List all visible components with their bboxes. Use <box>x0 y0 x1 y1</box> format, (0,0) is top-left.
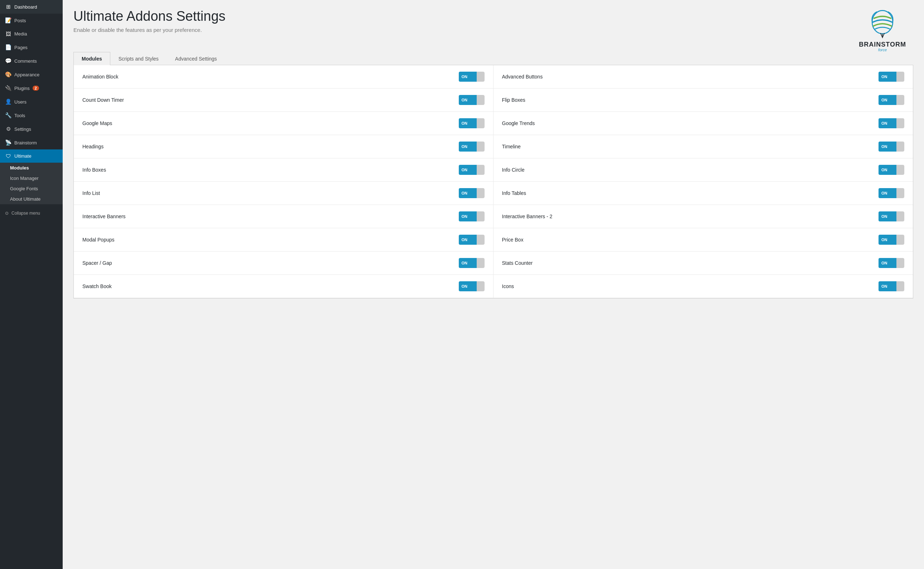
toggle-on-label: ON <box>878 211 897 221</box>
module-toggle[interactable]: ON <box>878 141 904 152</box>
sidebar-item-label: Appearance <box>14 72 39 78</box>
module-row: Info List ON <box>74 182 493 205</box>
sidebar-item-label: Comments <box>14 58 37 64</box>
module-name: Info Boxes <box>82 167 452 173</box>
toggle-on-label: ON <box>878 165 897 175</box>
module-name: Info Tables <box>502 190 872 196</box>
sidebar-item-label: Dashboard <box>14 4 37 10</box>
sidebar-item-label: Posts <box>14 18 26 23</box>
users-icon: 👤 <box>5 99 11 105</box>
module-toggle[interactable]: ON <box>459 118 484 128</box>
sidebar-submenu-item-icon-manager[interactable]: Icon Manager <box>0 173 63 183</box>
module-toggle[interactable]: ON <box>878 211 904 221</box>
toggle-on-label: ON <box>878 281 897 291</box>
sidebar-item-posts[interactable]: 📝 Posts <box>0 14 63 27</box>
sidebar-submenu-item-about-ultimate[interactable]: About Ultimate <box>0 194 63 204</box>
toggle-off-area <box>897 118 904 128</box>
sidebar-submenu-item-google-fonts[interactable]: Google Fonts <box>0 183 63 194</box>
sidebar-submenu: ModulesIcon ManagerGoogle FontsAbout Ult… <box>0 163 63 204</box>
toggle-off-area <box>897 95 904 105</box>
module-toggle[interactable]: ON <box>459 235 484 245</box>
toggle-on-label: ON <box>878 188 897 198</box>
sidebar-item-appearance[interactable]: 🎨 Appearance <box>0 68 63 81</box>
sidebar-item-label: Brainstorm <box>14 140 37 146</box>
tab-scripts-and-styles[interactable]: Scripts and Styles <box>110 52 167 65</box>
module-toggle[interactable]: ON <box>459 72 484 82</box>
toggle-off-area <box>477 165 484 175</box>
sidebar-item-label: Ultimate <box>14 154 32 159</box>
toggle-on-label: ON <box>459 211 477 221</box>
sidebar-item-brainstorm[interactable]: 📡 Brainstorm <box>0 136 63 149</box>
module-toggle[interactable]: ON <box>878 95 904 105</box>
toggle-on-label: ON <box>878 235 897 245</box>
toggle-off-area <box>897 141 904 152</box>
module-name: Interactive Banners - 2 <box>502 213 872 219</box>
module-toggle[interactable]: ON <box>459 141 484 152</box>
toggle-off-area <box>897 188 904 198</box>
tab-modules[interactable]: Modules <box>73 52 110 65</box>
module-row: Google Trends ON <box>493 112 913 135</box>
posts-icon: 📝 <box>5 17 11 24</box>
toggle-off-area <box>477 235 484 245</box>
module-name: Advanced Buttons <box>502 74 872 79</box>
module-row: Spacer / Gap ON <box>74 251 493 275</box>
toggle-off-area <box>897 258 904 268</box>
toggle-off-area <box>897 165 904 175</box>
sidebar-item-dashboard[interactable]: ⊞ Dashboard <box>0 0 63 14</box>
sidebar-item-tools[interactable]: 🔧 Tools <box>0 108 63 122</box>
toggle-off-area <box>897 281 904 291</box>
module-row: Interactive Banners ON <box>74 205 493 228</box>
module-toggle[interactable]: ON <box>459 281 484 291</box>
pages-icon: 📄 <box>5 44 11 50</box>
module-toggle[interactable]: ON <box>878 165 904 175</box>
module-toggle[interactable]: ON <box>459 165 484 175</box>
module-toggle[interactable]: ON <box>459 188 484 198</box>
sidebar-item-settings[interactable]: ⚙ Settings <box>0 122 63 136</box>
module-name: Stats Counter <box>502 260 872 266</box>
brainstorm-logo: BRAINSTORM force <box>859 9 906 52</box>
module-row: Google Maps ON <box>74 112 493 135</box>
module-toggle[interactable]: ON <box>878 118 904 128</box>
module-row: Flip Boxes ON <box>493 88 913 112</box>
module-row: Stats Counter ON <box>493 251 913 275</box>
toggle-on-label: ON <box>878 72 897 82</box>
sidebar-item-comments[interactable]: 💬 Comments <box>0 54 63 68</box>
sidebar-item-media[interactable]: 🖼 Media <box>0 27 63 41</box>
module-name: Modal Popups <box>82 237 452 243</box>
settings-icon: ⚙ <box>5 126 11 132</box>
module-toggle[interactable]: ON <box>878 188 904 198</box>
dashboard-icon: ⊞ <box>5 4 11 10</box>
module-name: Icons <box>502 283 872 289</box>
modules-grid: Animation Block ON Advanced Buttons ON C… <box>74 65 913 298</box>
module-toggle[interactable]: ON <box>878 281 904 291</box>
sidebar-item-users[interactable]: 👤 Users <box>0 95 63 108</box>
module-name: Timeline <box>502 144 872 149</box>
module-row: Animation Block ON <box>74 65 493 88</box>
toggle-on-label: ON <box>459 118 477 128</box>
sidebar-item-pages[interactable]: 📄 Pages <box>0 41 63 54</box>
collapse-menu[interactable]: ⊙Collapse menu <box>0 207 63 219</box>
module-name: Spacer / Gap <box>82 260 452 266</box>
page-subtitle: Enable or disable the features as per yo… <box>73 27 226 33</box>
module-toggle[interactable]: ON <box>878 258 904 268</box>
toggle-off-area <box>477 211 484 221</box>
module-name: Flip Boxes <box>502 97 872 103</box>
module-toggle[interactable]: ON <box>878 72 904 82</box>
collapse-label: Collapse menu <box>11 211 40 216</box>
module-name: Google Trends <box>502 120 872 126</box>
module-name: Animation Block <box>82 74 452 79</box>
toggle-off-area <box>477 258 484 268</box>
module-toggle[interactable]: ON <box>459 258 484 268</box>
plugins-icon: 🔌 <box>5 85 11 91</box>
sidebar-item-plugins[interactable]: 🔌 Plugins 2 <box>0 81 63 95</box>
sidebar-submenu-item-modules[interactable]: Modules <box>0 163 63 173</box>
sidebar-item-ultimate[interactable]: 🛡 Ultimate <box>0 149 63 163</box>
module-row: Count Down Timer ON <box>74 88 493 112</box>
module-name: Info List <box>82 190 452 196</box>
module-toggle[interactable]: ON <box>459 95 484 105</box>
module-row: Modal Popups ON <box>74 228 493 251</box>
module-toggle[interactable]: ON <box>878 235 904 245</box>
tab-advanced-settings[interactable]: Advanced Settings <box>167 52 225 65</box>
module-row: Info Boxes ON <box>74 158 493 182</box>
module-toggle[interactable]: ON <box>459 211 484 221</box>
